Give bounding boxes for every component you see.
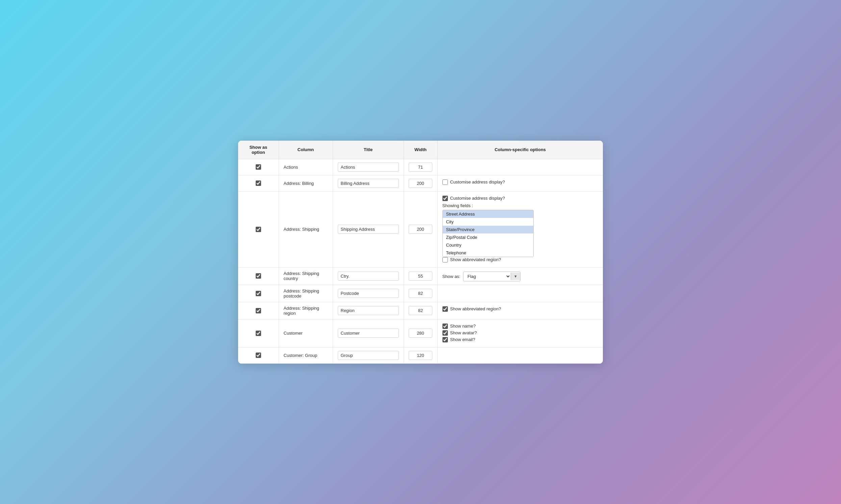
header-width: Width (404, 141, 437, 159)
options-cell (437, 285, 603, 302)
row-checkbox-address-shipping-region[interactable] (256, 308, 261, 313)
title-input-customer-group[interactable] (338, 351, 399, 360)
width-cell (404, 267, 437, 285)
option-row: Show email? (443, 337, 599, 342)
list-item[interactable]: City (443, 218, 533, 226)
show-as-option-cell (238, 347, 279, 363)
table-row: Address: Shipping postcode (238, 285, 603, 302)
show-as-row: Show as:FlagTextCode▼ (443, 272, 599, 281)
option-row: Show avatar? (443, 330, 599, 336)
option-checkbox-customer[interactable] (443, 324, 448, 329)
select-arrow-icon: ▼ (511, 273, 520, 280)
option-label: Show abbreviated region? (450, 306, 501, 311)
show-as-option-cell (238, 302, 279, 319)
options-cell: Show name?Show avatar?Show email? (437, 319, 603, 347)
option-checkbox-customer[interactable] (443, 330, 448, 336)
title-cell (333, 267, 404, 285)
options-cell (437, 159, 603, 175)
title-input-actions[interactable] (338, 163, 399, 172)
column-name-cell: Address: Shipping postcode (279, 285, 333, 302)
row-checkbox-address-shipping-postcode[interactable] (256, 291, 261, 296)
options-cell: Show abbreviated region? (437, 302, 603, 319)
table-row: Address: Shipping regionShow abbreviated… (238, 302, 603, 319)
options-cell: Customise address display? (437, 175, 603, 191)
option-label: Customise address display? (450, 196, 505, 201)
width-input-address-shipping[interactable] (409, 225, 432, 234)
row-checkbox-customer-group[interactable] (256, 353, 261, 358)
width-cell (404, 319, 437, 347)
width-input-actions[interactable] (409, 163, 432, 172)
column-name-cell: Actions (279, 159, 333, 175)
show-as-select-wrapper[interactable]: FlagTextCode▼ (463, 272, 520, 281)
width-cell (404, 159, 437, 175)
width-input-customer[interactable] (409, 328, 432, 338)
list-item[interactable]: State/Province (443, 226, 533, 233)
title-input-customer[interactable] (338, 328, 399, 338)
show-as-option-cell (238, 159, 279, 175)
header-title: Title (333, 141, 404, 159)
header-show-as-option: Show as option (238, 141, 279, 159)
row-checkbox-address-shipping[interactable] (256, 227, 261, 232)
title-cell (333, 302, 404, 319)
title-input-address-shipping[interactable] (338, 225, 399, 234)
list-item[interactable]: Telephone (443, 249, 533, 257)
table-row: Customer: Group (238, 347, 603, 363)
title-input-address-billing[interactable] (338, 179, 399, 188)
show-as-label: Show as: (443, 274, 460, 279)
column-name-cell: Address: Shipping region (279, 302, 333, 319)
option-checkbox-address-shipping[interactable] (443, 196, 448, 201)
width-cell (404, 285, 437, 302)
width-cell (404, 347, 437, 363)
width-input-address-shipping-region[interactable] (409, 306, 432, 315)
option-checkbox-address-billing[interactable] (443, 179, 448, 185)
row-checkbox-customer[interactable] (256, 330, 261, 336)
show-as-option-cell (238, 191, 279, 267)
list-item[interactable]: Country (443, 241, 533, 249)
options-cell: Customise address display?Showing fields… (437, 191, 603, 267)
width-cell (404, 175, 437, 191)
title-cell (333, 347, 404, 363)
column-name-cell: Address: Billing (279, 175, 333, 191)
show-as-select[interactable]: FlagTextCode (463, 272, 511, 281)
option-checkbox-address-shipping[interactable] (443, 257, 448, 263)
title-input-address-shipping-country[interactable] (338, 272, 399, 281)
row-checkbox-address-billing[interactable] (256, 180, 261, 186)
option-checkbox-address-shipping-region[interactable] (443, 306, 448, 312)
width-input-address-shipping-country[interactable] (409, 272, 432, 281)
option-row: Customise address display? (443, 196, 599, 201)
header-column: Column (279, 141, 333, 159)
fields-listbox[interactable]: Street AddressCityState/ProvinceZip/Post… (443, 210, 534, 257)
width-cell (404, 191, 437, 267)
option-label: Show avatar? (450, 330, 477, 335)
column-name-cell: Customer (279, 319, 333, 347)
table-row: Actions (238, 159, 603, 175)
options-cell (437, 347, 603, 363)
title-input-address-shipping-postcode[interactable] (338, 289, 399, 298)
width-input-address-billing[interactable] (409, 179, 432, 188)
list-item[interactable]: Zip/Postal Code (443, 233, 533, 241)
columns-settings-table: Show as option Column Title Width Column… (238, 141, 603, 364)
row-checkbox-actions[interactable] (256, 164, 261, 170)
options-cell: Show as:FlagTextCode▼ (437, 267, 603, 285)
list-item[interactable]: Street Address (443, 210, 533, 218)
row-checkbox-address-shipping-country[interactable] (256, 273, 261, 278)
option-checkbox-customer[interactable] (443, 337, 448, 342)
title-cell (333, 285, 404, 302)
option-label: Show email? (450, 337, 475, 342)
column-name-cell: Address: Shipping country (279, 267, 333, 285)
table-row: Address: ShippingCustomise address displ… (238, 191, 603, 267)
showing-fields-label: Showing fields : (443, 203, 599, 208)
show-as-option-cell (238, 285, 279, 302)
width-input-address-shipping-postcode[interactable] (409, 289, 432, 298)
column-name-cell: Customer: Group (279, 347, 333, 363)
option-label: Show name? (450, 324, 476, 328)
settings-table-container: Show as option Column Title Width Column… (238, 141, 603, 364)
option-label: Customise address display? (450, 179, 505, 184)
title-cell (333, 175, 404, 191)
option-row: Show name? (443, 324, 599, 329)
width-input-customer-group[interactable] (409, 351, 432, 360)
table-row: Address: BillingCustomise address displa… (238, 175, 603, 191)
title-input-address-shipping-region[interactable] (338, 306, 399, 315)
title-cell (333, 159, 404, 175)
header-column-specific-options: Column-specific options (437, 141, 603, 159)
